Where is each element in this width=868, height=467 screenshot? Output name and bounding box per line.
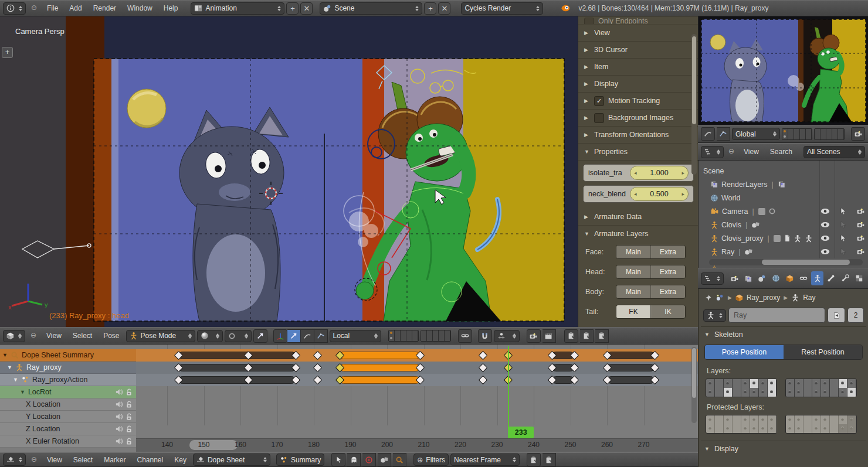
slider-left-arrow-icon[interactable]: ◂ xyxy=(634,191,637,197)
background-images-checkbox[interactable] xyxy=(594,113,604,123)
transform-orientation-select[interactable]: Local xyxy=(330,330,381,342)
prop-value-slider[interactable]: ◂1.000▸ xyxy=(630,166,689,180)
snap-toggle[interactable] xyxy=(478,329,492,343)
channel-x-euler-rotation[interactable]: X Euler Rotation xyxy=(0,435,136,448)
layer-cell[interactable] xyxy=(795,415,803,425)
layer-cell[interactable] xyxy=(750,424,759,434)
layer-cell[interactable] xyxy=(750,379,759,388)
channel-locrot[interactable]: ▼LocRot xyxy=(0,386,136,398)
properties-tab-physics[interactable] xyxy=(853,271,865,285)
layer-cell[interactable] xyxy=(733,388,741,397)
panel-header-display[interactable]: ▼Display xyxy=(699,441,868,456)
proportional-edit-button[interactable] xyxy=(717,127,730,141)
properties-tab-scene[interactable] xyxy=(756,271,768,285)
panel-header-background-images[interactable]: ▶Background Images xyxy=(578,110,699,127)
layer-cell[interactable] xyxy=(759,415,768,425)
layer-cell[interactable] xyxy=(427,336,433,342)
layer-cell[interactable] xyxy=(839,379,847,388)
layer-cell[interactable] xyxy=(782,134,788,140)
keyframe-diamond[interactable] xyxy=(313,351,323,360)
summary-toggle[interactable]: Summary xyxy=(276,454,324,466)
layer-cell[interactable] xyxy=(812,388,821,397)
layer-cell[interactable] xyxy=(820,134,826,140)
layer-cell[interactable] xyxy=(838,134,844,140)
keyframe-diamond[interactable] xyxy=(478,376,487,385)
keyframe-diamond[interactable] xyxy=(478,351,487,360)
layer-toggle-extra[interactable]: Extra xyxy=(651,265,685,278)
layer-cell[interactable] xyxy=(741,415,750,425)
layer-cell[interactable] xyxy=(715,424,724,434)
render-engine-select[interactable]: Cycles Render xyxy=(461,2,543,15)
delete-scene-button[interactable]: ✕ xyxy=(438,2,450,15)
hold-bar[interactable] xyxy=(607,364,655,371)
lock-to-scene-toggle[interactable] xyxy=(458,329,472,343)
dopesheet-vertical-scrollbar[interactable] xyxy=(691,347,697,423)
editor-type-button[interactable] xyxy=(701,272,724,285)
layers-grid-2[interactable] xyxy=(421,330,451,342)
menu-add[interactable]: Add xyxy=(65,3,86,13)
layer-cell[interactable] xyxy=(830,388,839,397)
only-endpoints-checkbox[interactable] xyxy=(584,18,594,25)
layer-cell[interactable] xyxy=(741,388,750,397)
menu-select[interactable]: Select xyxy=(68,330,97,341)
armature-layers-grid[interactable] xyxy=(706,379,777,397)
outliner-item-clovis_proxy[interactable]: Clovis_proxy| xyxy=(699,231,868,245)
mute-toggle-icon[interactable] xyxy=(115,413,123,420)
menu-channel[interactable]: Channel xyxy=(133,455,168,465)
selectability-toggle-icon[interactable] xyxy=(840,234,846,242)
slider-right-arrow-icon[interactable]: ▸ xyxy=(681,170,684,176)
panel-header-armature-layers[interactable]: ▼Armature Layers xyxy=(578,226,699,242)
layers-grid-1[interactable] xyxy=(782,128,812,140)
layer-cell[interactable] xyxy=(768,388,777,397)
renderability-toggle-icon[interactable] xyxy=(856,207,865,215)
layer-cell[interactable] xyxy=(786,388,795,397)
screen-layout-select[interactable]: Animation xyxy=(191,2,284,15)
layer-toggle-main[interactable]: Main xyxy=(616,265,651,278)
ghost-filter-button[interactable] xyxy=(347,453,361,466)
layer-cell[interactable] xyxy=(733,415,741,425)
layer-toggle-main[interactable]: Main xyxy=(616,285,651,298)
triangle-down-icon[interactable]: ▼ xyxy=(7,364,12,370)
menu-render[interactable]: Render xyxy=(89,3,121,13)
selectability-toggle-icon[interactable] xyxy=(840,221,846,229)
keyframe-diamond[interactable] xyxy=(478,363,487,373)
outliner-horizontal-scrollbar[interactable] xyxy=(709,259,863,265)
panel-item-only-endpoints[interactable]: Only Endpoints xyxy=(578,16,699,25)
channel-dope-sheet-summary[interactable]: ▼Dope Sheet Summary xyxy=(0,349,136,362)
layer-cell[interactable] xyxy=(412,336,418,342)
channel-x-location[interactable]: X Location xyxy=(0,398,136,411)
select-filter-button[interactable] xyxy=(331,453,345,466)
manipulator-center-toggle[interactable] xyxy=(253,329,267,343)
panel-header-motion-tracking[interactable]: ▶✓Motion Tracking xyxy=(578,93,699,110)
layer-cell[interactable] xyxy=(706,415,715,425)
channel-ray_proxy[interactable]: ▼Ray_proxy xyxy=(0,362,136,374)
opengl-render-button[interactable] xyxy=(527,329,541,343)
layer-cell[interactable] xyxy=(401,336,406,342)
editor-type-button[interactable] xyxy=(3,2,26,15)
layer-cell[interactable] xyxy=(839,424,847,434)
delete-layout-button[interactable]: ✕ xyxy=(300,2,313,15)
layer-cell[interactable] xyxy=(759,388,768,397)
layer-cell[interactable] xyxy=(794,134,800,140)
lock-toggle-icon[interactable] xyxy=(125,401,133,408)
layer-cell[interactable] xyxy=(768,424,777,434)
dope-sheet-editor[interactable]: 2331401501601701801902002102202302402502… xyxy=(0,345,698,452)
layer-cell[interactable] xyxy=(768,379,777,388)
outliner-item-world[interactable]: World xyxy=(699,191,868,204)
layer-toggle-extra[interactable]: Extra xyxy=(651,285,685,298)
layer-cell[interactable] xyxy=(759,379,768,388)
layer-cell[interactable] xyxy=(795,388,803,397)
pivot-point-select[interactable] xyxy=(225,330,252,342)
channel-y-location[interactable]: Y Location xyxy=(0,411,136,423)
properties-tab-armature-data[interactable] xyxy=(811,271,823,285)
keyframe-area[interactable]: 233 xyxy=(136,345,698,438)
errors-filter-button[interactable] xyxy=(362,453,376,466)
filters-button[interactable]: ⊕Filters xyxy=(413,454,449,466)
properties-tab-bone-constraint[interactable] xyxy=(839,271,852,285)
layer-cell[interactable] xyxy=(768,415,777,425)
yellow-ball[interactable] xyxy=(127,89,166,128)
layer-cell[interactable] xyxy=(821,424,830,434)
layer-cell[interactable] xyxy=(830,424,839,434)
proportional-falloff-button[interactable] xyxy=(701,127,715,141)
layer-cell[interactable] xyxy=(741,379,750,388)
